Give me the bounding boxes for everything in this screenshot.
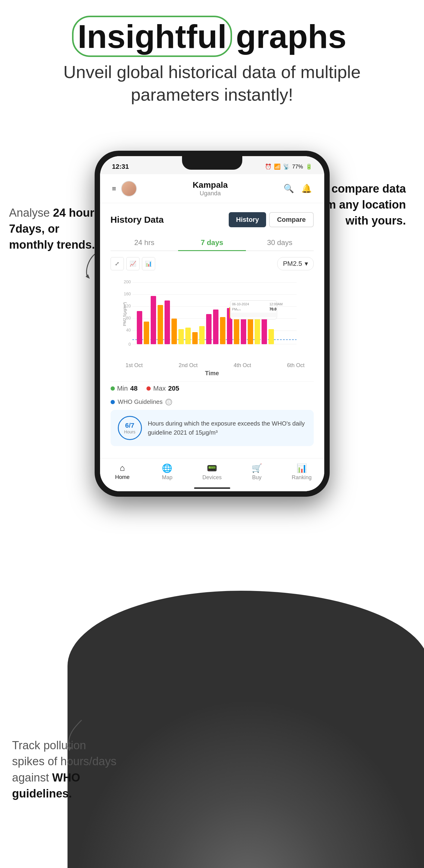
location-country: Uganda (192, 190, 228, 197)
signal-icon: 📡 (283, 163, 290, 170)
period-30days[interactable]: 30 days (246, 235, 314, 250)
bell-icon[interactable]: 🔔 (301, 184, 312, 193)
svg-rect-28 (220, 317, 225, 344)
arrow-bottom-icon (60, 717, 90, 753)
svg-text:PM₂.₅: PM₂.₅ (232, 307, 240, 311)
svg-text:0: 0 (128, 342, 131, 347)
hand-dark-shape (67, 591, 424, 868)
x-label-2: 2nd Oct (179, 362, 198, 369)
subtitle: Unveil global historical data of multipl… (30, 61, 394, 106)
max-label: Max (153, 384, 166, 393)
who-hours-label: Hours (124, 430, 135, 434)
header-left: ≡ (112, 181, 137, 196)
period-7days[interactable]: 7 days (178, 235, 246, 250)
expand-chart-button[interactable]: ⤢ (111, 257, 124, 270)
nav-buy[interactable]: 🛒 Buy (235, 463, 279, 481)
battery-icon: 🔋 (306, 163, 312, 170)
nav-map[interactable]: 🌐 Map (145, 463, 189, 481)
nav-devices-label: Devices (202, 474, 221, 481)
compare-tab-button[interactable]: Compare (269, 212, 313, 227)
svg-rect-22 (178, 329, 184, 344)
period-tabs: 24 hrs 7 days 30 days (111, 235, 314, 251)
phone-shell: 12:31 ⏰ 📶 📡 77% 🔋 ≡ (95, 151, 330, 497)
svg-rect-25 (199, 326, 205, 344)
svg-rect-26 (206, 314, 212, 344)
svg-text:PM2.5(μg/m³): PM2.5(μg/m³) (122, 302, 127, 326)
svg-rect-19 (158, 305, 163, 344)
min-dot (111, 386, 115, 391)
who-guidelines-row: WHO Guidelines ⓘ (111, 398, 314, 405)
header-section: Insightful graphs Unveil global historic… (0, 0, 424, 112)
nav-ranking[interactable]: 📊 Ranking (279, 463, 324, 481)
x-label-4: 6th Oct (287, 362, 304, 369)
min-label: Min (117, 384, 128, 393)
phone-container: 12:31 ⏰ 📶 📡 77% 🔋 ≡ (89, 151, 336, 497)
header-right: 🔍 🔔 (283, 184, 312, 193)
svg-text:12:00AM: 12:00AM (269, 302, 283, 306)
param-label: PM2.5 (283, 260, 302, 268)
param-select[interactable]: PM2.5 ▾ (277, 257, 314, 270)
ranking-icon: 📊 (297, 463, 307, 473)
svg-rect-35 (269, 329, 274, 344)
chart-controls: ⤢ 📈 📊 PM2.5 ▾ (111, 257, 314, 270)
line-chart-button[interactable]: 📈 (126, 257, 140, 270)
x-axis-labels: 1st Oct 2nd Oct 4th Oct 6th Oct (111, 362, 314, 369)
alarm-icon: ⏰ (265, 163, 272, 170)
period-24hrs[interactable]: 24 hrs (111, 235, 178, 250)
svg-text:200: 200 (124, 279, 131, 284)
nav-home[interactable]: ⌂ Home (100, 463, 145, 481)
svg-text:40: 40 (126, 328, 131, 333)
battery-text: 77% (292, 164, 303, 170)
svg-text:06-10-2024: 06-10-2024 (232, 302, 249, 306)
app-content: History Data History Compare 24 hrs 7 da… (100, 203, 324, 458)
app-header: ≡ Kampala Uganda 🔍 🔔 (100, 174, 324, 203)
wifi-icon: 📶 (274, 163, 280, 170)
who-label: WHO Guidelines (118, 398, 163, 405)
svg-rect-16 (137, 311, 142, 344)
svg-rect-27 (213, 310, 218, 344)
phone-screen: 12:31 ⏰ 📶 📡 77% 🔋 ≡ (100, 156, 324, 491)
svg-marker-43 (67, 747, 72, 751)
svg-rect-23 (185, 328, 191, 344)
x-label-3: 4th Oct (234, 362, 251, 369)
chart-legend: Min 48 Max 205 (111, 381, 314, 396)
home-icon: ⌂ (120, 463, 125, 473)
svg-rect-18 (151, 296, 156, 344)
chart-svg: 200 160 120 80 40 0 PM2.5(μg/m³) (111, 275, 314, 359)
nav-home-label: Home (115, 474, 129, 480)
chart-type-buttons: ⤢ 📈 📊 (111, 257, 155, 270)
who-info-icon[interactable]: ⓘ (165, 399, 172, 405)
min-value: 48 (130, 384, 138, 393)
svg-text:70.0: 70.0 (269, 307, 277, 311)
search-icon[interactable]: 🔍 (283, 184, 294, 193)
who-hours: 6/7 (125, 422, 134, 430)
svg-rect-20 (164, 301, 170, 344)
who-circle: 6/7 Hours (118, 416, 142, 440)
main-title: Insightful graphs (30, 18, 394, 55)
status-icons: ⏰ 📶 📡 77% 🔋 (265, 163, 312, 170)
bar-chart-button[interactable]: 📊 (142, 257, 155, 270)
nav-buy-label: Buy (252, 474, 262, 481)
map-icon: 🌐 (162, 463, 172, 473)
chart-area: 200 160 120 80 40 0 PM2.5(μg/m³) (111, 275, 314, 359)
svg-rect-24 (192, 332, 198, 344)
history-header: History Data History Compare (111, 212, 314, 227)
who-card: 6/7 Hours Hours during which the exposur… (111, 410, 314, 446)
x-label-1: 1st Oct (126, 362, 143, 369)
highlight-word: Insightful (78, 18, 226, 55)
chevron-down-icon: ▾ (305, 260, 308, 268)
nav-map-label: Map (162, 474, 172, 481)
svg-text:160: 160 (124, 291, 131, 296)
tab-buttons: History Compare (229, 212, 313, 227)
nav-devices[interactable]: 📟 Devices (189, 463, 235, 481)
hamburger-icon[interactable]: ≡ (112, 184, 116, 193)
max-value: 205 (168, 384, 179, 393)
svg-rect-41 (230, 313, 277, 317)
bottom-nav: ⌂ Home 🌐 Map 📟 Devices 🛒 Buy (100, 458, 324, 484)
phone-notch (182, 156, 242, 170)
status-time: 12:31 (112, 163, 129, 170)
devices-icon: 📟 (207, 463, 217, 473)
nav-ranking-label: Ranking (292, 474, 312, 481)
avatar[interactable] (121, 181, 137, 196)
history-tab-button[interactable]: History (229, 212, 266, 227)
